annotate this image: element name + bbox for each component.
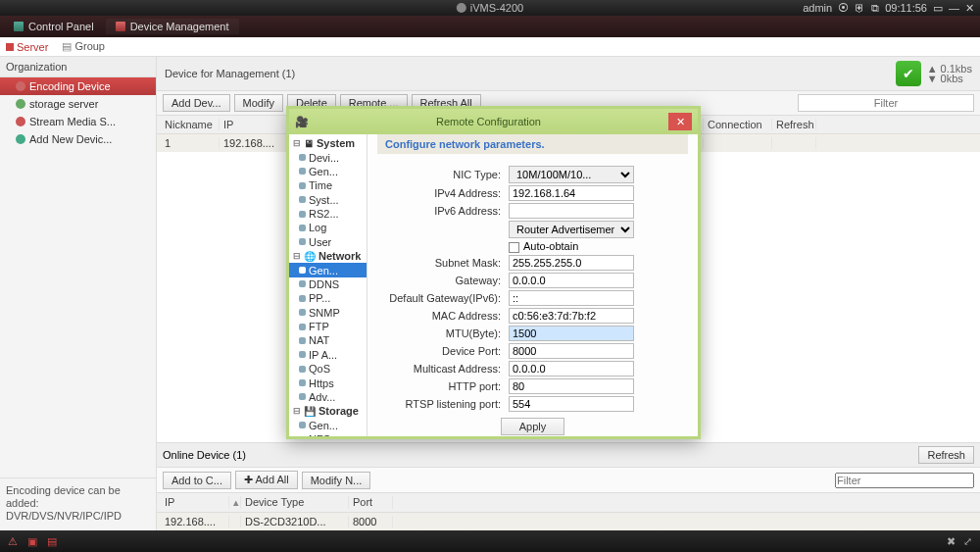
auto-obtain-checkbox[interactable] xyxy=(509,242,519,253)
subnet-mask-input[interactable] xyxy=(509,255,634,271)
tree-label: NFS xyxy=(309,433,330,436)
table-row[interactable]: 192.168.... DS-2CD3210D... 8000 xyxy=(157,513,980,530)
online-refresh-button[interactable]: Refresh xyxy=(918,446,974,464)
apply-button[interactable]: Apply xyxy=(501,418,565,435)
network-form: Configure network parameters. NIC Type:1… xyxy=(368,134,698,436)
tree-item-general[interactable]: Gen... xyxy=(289,263,367,276)
col-nickname[interactable]: Nickname xyxy=(161,119,220,130)
tree-storage[interactable]: ⊟💾 Storage xyxy=(289,404,367,418)
close-icon[interactable]: ✕ xyxy=(668,113,692,130)
online-header: Online Device (1) Refresh xyxy=(157,442,980,468)
add-all-button[interactable]: ✚ Add All xyxy=(235,471,298,489)
col-type[interactable]: Device Type xyxy=(241,496,349,509)
col-connection[interactable]: Connection xyxy=(704,119,772,130)
expand-icon[interactable]: ⤢ xyxy=(963,535,972,548)
lock-icon[interactable]: ⛨ xyxy=(855,2,865,14)
http-port-input[interactable] xyxy=(509,378,634,394)
gateway-input[interactable] xyxy=(509,273,634,288)
config-tree[interactable]: ⊟🖥 System Devi... Gen... Time Syst... RS… xyxy=(289,134,368,436)
tree-item[interactable]: PP... xyxy=(289,291,367,305)
cell xyxy=(772,137,816,149)
tree-item[interactable]: Adv... xyxy=(289,390,367,404)
link-group[interactable]: ▤Group xyxy=(62,40,105,53)
sidebar-item-add-new[interactable]: Add New Devic... xyxy=(0,130,156,148)
lbl-rtsp: RTSP listening port: xyxy=(379,396,507,412)
tree-item[interactable]: DDNS xyxy=(289,277,367,291)
col-ip[interactable]: IP xyxy=(220,119,288,130)
lbl-mask: Subnet Mask: xyxy=(379,255,507,271)
cell: 1 xyxy=(161,137,220,149)
sidebar-item-stream-media[interactable]: Stream Media S... xyxy=(0,113,156,130)
nic-type-select[interactable]: 10M/100M/10... xyxy=(509,166,634,183)
default-gateway6-input[interactable] xyxy=(509,290,634,306)
plus-icon xyxy=(16,134,25,144)
tree-item[interactable]: SNMP xyxy=(289,306,367,320)
cell: 192.168.... xyxy=(220,137,288,149)
tab-device-management[interactable]: Device Management xyxy=(106,19,239,34)
tab-label: Device Management xyxy=(130,21,229,32)
tree-item[interactable]: NAT xyxy=(289,333,367,347)
close-window-icon[interactable]: ✕ xyxy=(965,2,974,15)
tree-label: Storage xyxy=(318,405,359,417)
cell xyxy=(704,137,772,149)
add-device-button[interactable]: Add Dev... xyxy=(163,94,230,112)
btn-label: Add All xyxy=(255,474,288,485)
tree-item[interactable]: Devi... xyxy=(289,150,367,164)
tree-item[interactable]: FTP xyxy=(289,320,367,333)
col-ip[interactable]: IP xyxy=(161,496,229,509)
modify-netinfo-button[interactable]: Modify N... xyxy=(302,472,371,489)
minimize-icon[interactable]: ▭ xyxy=(933,2,943,15)
col-refresh[interactable]: Refresh xyxy=(772,119,816,130)
tree-system[interactable]: ⊟🖥 System xyxy=(289,136,367,150)
link-server[interactable]: Server xyxy=(6,41,48,53)
tree-item[interactable]: NFS xyxy=(289,432,367,436)
link-label: Group xyxy=(74,40,105,52)
add-to-client-button[interactable]: Add to C... xyxy=(163,472,231,489)
alert-icon[interactable]: ⚠ xyxy=(8,535,18,548)
cell: 192.168.... xyxy=(161,516,229,527)
tree-item[interactable]: Syst... xyxy=(289,193,367,207)
help-icon[interactable]: ⧉ xyxy=(871,2,879,15)
sidebar-item-encoding-device[interactable]: Encoding Device xyxy=(0,77,156,95)
maximize-icon[interactable]: — xyxy=(949,2,959,14)
col-port[interactable]: Port xyxy=(349,496,393,509)
rtsp-port-input[interactable] xyxy=(509,396,634,412)
mac-address-input[interactable] xyxy=(509,308,634,324)
device-port-input[interactable] xyxy=(509,343,634,359)
sidebar-item-storage-server[interactable]: storage server xyxy=(0,95,156,113)
router-adv-select[interactable]: Router Advertisement xyxy=(509,221,634,238)
status-icon[interactable]: ▣ xyxy=(27,535,37,548)
sort-icon[interactable]: ▴ xyxy=(229,496,241,509)
stream-icon xyxy=(16,117,25,126)
modify-button[interactable]: Modify xyxy=(234,94,283,112)
tree-item[interactable]: RS2... xyxy=(289,207,367,221)
enc-icon xyxy=(16,81,25,91)
cell: 8000 xyxy=(349,516,393,527)
status-icon[interactable]: ▤ xyxy=(47,535,57,548)
ipv6-input[interactable] xyxy=(509,203,634,219)
tree-item[interactable]: QoS xyxy=(289,362,367,376)
tree-label: Log xyxy=(309,222,326,233)
tree-item[interactable]: Gen... xyxy=(289,165,367,178)
tree-label: Gen... xyxy=(309,420,338,431)
dialog-titlebar[interactable]: 🎥 Remote Configuration ✕ xyxy=(289,109,698,134)
multicast-input[interactable] xyxy=(509,361,634,376)
ipv4-input[interactable] xyxy=(509,185,634,201)
mtu-input[interactable] xyxy=(509,326,634,341)
app-title: iVMS-4200 xyxy=(457,2,523,14)
tree-item[interactable]: Log xyxy=(289,221,367,234)
tree-item[interactable]: IP A... xyxy=(289,348,367,362)
globe-icon[interactable]: ⦿ xyxy=(838,2,849,14)
device-filter-input[interactable] xyxy=(798,94,974,112)
pin-icon[interactable]: ✖ xyxy=(947,535,956,548)
tree-label: Network xyxy=(318,250,361,262)
tree-network[interactable]: ⊟🌐 Network xyxy=(289,249,367,263)
tree-item[interactable]: User xyxy=(289,235,367,249)
tree-item[interactable]: Https xyxy=(289,376,367,389)
tree-item[interactable]: Time xyxy=(289,178,367,192)
tree-item[interactable]: Gen... xyxy=(289,419,367,432)
tab-control-panel[interactable]: Control Panel xyxy=(4,19,104,34)
tree-label: Syst... xyxy=(309,194,339,206)
tree-label: Https xyxy=(309,377,334,389)
online-filter-input[interactable] xyxy=(835,473,974,488)
